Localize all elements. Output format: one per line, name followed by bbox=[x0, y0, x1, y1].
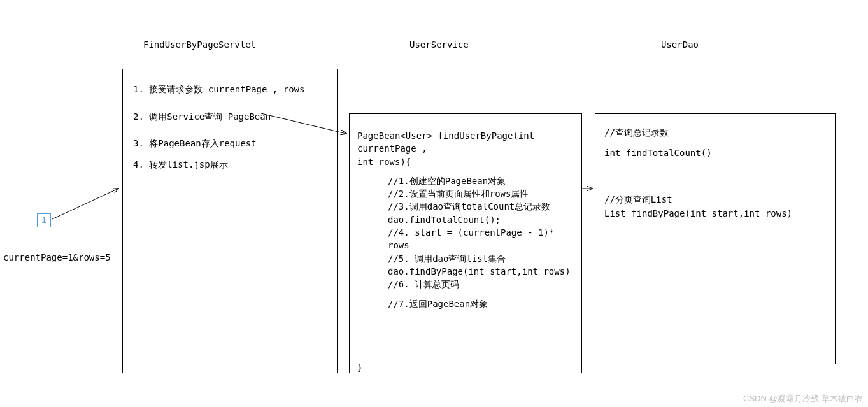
dao-line: List findByPage(int start,int rows) bbox=[604, 206, 826, 220]
service-body-line: dao.findTotalCount(); bbox=[388, 213, 574, 226]
box-service: PageBean<User> findUserByPage(int curren… bbox=[349, 113, 582, 373]
service-body-line: //3.调用dao查询totalCount总记录数 bbox=[388, 200, 574, 213]
title-service: UserService bbox=[409, 39, 469, 50]
arrow-page-to-servlet bbox=[52, 189, 118, 219]
service-body-line: //5. 调用dao查询list集合 bbox=[388, 252, 574, 265]
dao-line: //查询总记录数 bbox=[604, 125, 826, 139]
servlet-step: 1. 接受请求参数 currentPage , rows bbox=[133, 81, 327, 98]
service-body-line: //7.返回PageBean对象 bbox=[388, 297, 574, 310]
service-body-line: //6. 计算总页码 bbox=[388, 278, 574, 290]
service-close: } bbox=[357, 361, 574, 374]
page-button[interactable]: 1 bbox=[37, 213, 51, 227]
servlet-step: 4. 转发list.jsp展示 bbox=[133, 156, 327, 173]
service-sig: PageBean<User> findUserByPage(int curren… bbox=[357, 129, 574, 155]
watermark: CSDN @凝霜月冷残-草木破白衣 bbox=[743, 393, 863, 404]
service-sig: int rows){ bbox=[357, 155, 574, 168]
service-body-line: //2.设置当前页面属性和rows属性 bbox=[388, 187, 574, 200]
servlet-step: 3. 将PageBean存入request bbox=[133, 135, 327, 152]
dao-line: //分页查询List bbox=[604, 192, 826, 206]
param-text: currentPage=1&rows=5 bbox=[3, 252, 111, 262]
diagram-canvas: FindUserByPageServlet UserService UserDa… bbox=[0, 0, 868, 407]
title-dao: UserDao bbox=[661, 39, 699, 50]
service-body-line: //4. start = (currentPage - 1)* rows bbox=[388, 226, 574, 252]
title-servlet: FindUserByPageServlet bbox=[143, 39, 256, 50]
dao-line: int findTotalCount() bbox=[604, 146, 826, 160]
box-servlet: 1. 接受请求参数 currentPage , rows 2. 调用Servic… bbox=[122, 69, 338, 373]
servlet-step: 2. 调用Service查询 PageBean bbox=[133, 108, 327, 125]
service-body-line: //1.创建空的PageBean对象 bbox=[388, 175, 574, 187]
box-dao: //查询总记录数 int findTotalCount() //分页查询List… bbox=[595, 113, 836, 364]
service-body-line: dao.findByPage(int start,int rows) bbox=[388, 265, 574, 278]
